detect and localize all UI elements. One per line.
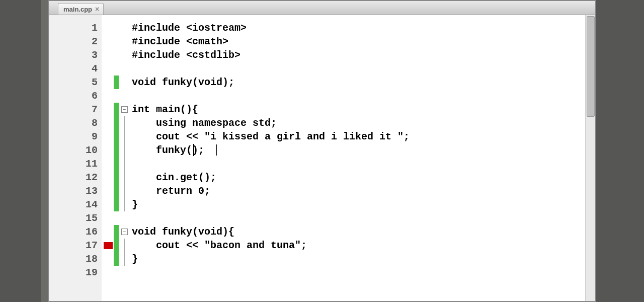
fold-toggle-icon[interactable]: − bbox=[121, 229, 128, 235]
marker-cell bbox=[102, 198, 114, 211]
code-line[interactable]: cout << "bacon and tuna"; bbox=[132, 239, 595, 252]
marker-cell bbox=[102, 266, 114, 279]
change-bar bbox=[114, 211, 119, 225]
line-number: 17 bbox=[49, 239, 98, 252]
line-number: 19 bbox=[49, 266, 98, 279]
fold-cell bbox=[119, 184, 130, 198]
marker-cell bbox=[102, 143, 114, 157]
code-line[interactable]: return 0; bbox=[132, 184, 595, 198]
line-number: 5 bbox=[49, 76, 98, 89]
marker-cell bbox=[102, 76, 114, 89]
code-content[interactable]: #include <iostream>#include <cmath>#incl… bbox=[130, 15, 595, 301]
code-line[interactable]: #include <cstdlib> bbox=[132, 48, 595, 62]
line-number: 6 bbox=[49, 89, 98, 103]
fold-cell: − bbox=[119, 103, 130, 116]
marker-cell bbox=[102, 171, 114, 184]
code-line[interactable] bbox=[132, 89, 595, 103]
change-bar bbox=[114, 171, 119, 184]
code-line[interactable]: void funky(void); bbox=[132, 76, 595, 89]
code-line[interactable]: void funky(void){ bbox=[132, 225, 595, 239]
marker-cell bbox=[102, 225, 114, 239]
close-tab-icon[interactable]: × bbox=[95, 5, 99, 13]
change-bar bbox=[114, 184, 119, 198]
marker-cell bbox=[102, 89, 114, 103]
fold-line bbox=[124, 184, 125, 198]
code-line[interactable] bbox=[132, 157, 595, 171]
marker-cell bbox=[102, 184, 114, 198]
line-number: 14 bbox=[49, 198, 98, 211]
scrollbar-thumb[interactable] bbox=[587, 16, 595, 117]
change-bar bbox=[114, 225, 119, 239]
text-cursor bbox=[193, 144, 194, 156]
line-number: 7 bbox=[49, 103, 98, 116]
code-line[interactable]: int main(){ bbox=[132, 103, 595, 116]
vertical-scrollbar[interactable] bbox=[585, 15, 595, 301]
line-number: 10 bbox=[49, 143, 98, 157]
code-line[interactable]: cout << "i kissed a girl and i liked it … bbox=[132, 130, 595, 143]
change-bar bbox=[114, 76, 119, 89]
marker-cell bbox=[102, 252, 114, 266]
fold-cell bbox=[119, 157, 130, 171]
fold-cell bbox=[119, 35, 130, 48]
editor-pane: main.cpp × 12345678910111213141516171819… bbox=[48, 0, 596, 302]
code-line[interactable] bbox=[132, 62, 595, 76]
line-number: 9 bbox=[49, 130, 98, 143]
fold-line bbox=[124, 157, 125, 171]
fold-cell bbox=[119, 130, 130, 143]
change-bar bbox=[114, 103, 119, 116]
change-bar bbox=[114, 89, 119, 103]
line-number: 3 bbox=[49, 48, 98, 62]
change-bar bbox=[114, 266, 119, 279]
code-line[interactable] bbox=[132, 211, 595, 225]
fold-cell bbox=[119, 76, 130, 89]
fold-cell bbox=[119, 62, 130, 76]
fold-cell bbox=[119, 116, 130, 130]
right-frame-border bbox=[596, 0, 644, 302]
fold-cell: − bbox=[119, 225, 130, 239]
line-number: 2 bbox=[49, 35, 98, 48]
code-line[interactable]: #include <cmath> bbox=[132, 35, 595, 48]
change-bar-gutter bbox=[114, 15, 119, 301]
change-bar bbox=[114, 198, 119, 211]
marker-cell bbox=[102, 130, 114, 143]
marker-cell bbox=[102, 62, 114, 76]
marker-gutter bbox=[102, 15, 114, 301]
left-frame-border bbox=[0, 0, 48, 302]
marker-cell bbox=[102, 35, 114, 48]
file-tab[interactable]: main.cpp × bbox=[58, 3, 104, 15]
change-bar bbox=[114, 130, 119, 143]
fold-cell bbox=[119, 198, 130, 211]
marker-cell bbox=[102, 116, 114, 130]
fold-cell bbox=[119, 266, 130, 279]
fold-toggle-icon[interactable]: − bbox=[121, 106, 128, 113]
code-area[interactable]: 12345678910111213141516171819 −− #includ… bbox=[49, 15, 595, 301]
change-bar bbox=[114, 48, 119, 62]
error-marker-icon[interactable] bbox=[104, 242, 113, 249]
code-line[interactable]: } bbox=[132, 198, 595, 211]
fold-cell bbox=[119, 143, 130, 157]
caret-icon bbox=[216, 144, 217, 156]
fold-cell bbox=[119, 21, 130, 35]
change-bar bbox=[114, 143, 119, 157]
line-number: 1 bbox=[49, 21, 98, 35]
app-window: main.cpp × 12345678910111213141516171819… bbox=[0, 0, 644, 302]
line-number: 13 bbox=[49, 184, 98, 198]
code-line[interactable]: using namespace std; bbox=[132, 116, 595, 130]
code-line[interactable] bbox=[132, 266, 595, 279]
fold-gutter[interactable]: −− bbox=[119, 15, 130, 301]
marker-cell bbox=[102, 103, 114, 116]
code-line[interactable]: } bbox=[132, 252, 595, 266]
line-number: 4 bbox=[49, 62, 98, 76]
line-number: 8 bbox=[49, 116, 98, 130]
change-bar bbox=[114, 239, 119, 252]
marker-cell bbox=[102, 21, 114, 35]
change-bar bbox=[114, 157, 119, 171]
tab-filename: main.cpp bbox=[63, 6, 92, 13]
change-bar bbox=[114, 252, 119, 266]
fold-cell bbox=[119, 252, 130, 266]
fold-line bbox=[124, 252, 125, 266]
code-line[interactable]: #include <iostream> bbox=[132, 21, 595, 35]
code-line[interactable]: funky(); bbox=[132, 143, 595, 157]
fold-line bbox=[124, 143, 125, 157]
code-line[interactable]: cin.get(); bbox=[132, 171, 595, 184]
